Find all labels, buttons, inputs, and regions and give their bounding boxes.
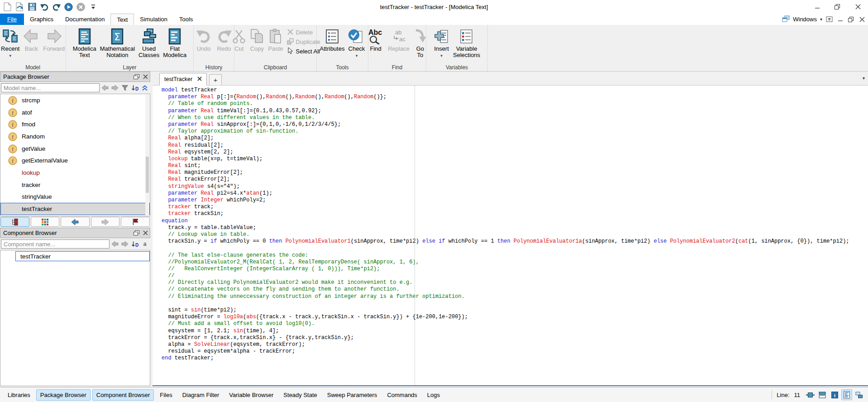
diagram-filter-statusbar-button[interactable]: Diagram Filter: [178, 389, 224, 401]
find-button[interactable]: AbcFind: [365, 26, 386, 53]
model-name-filter-input[interactable]: [1, 83, 100, 92]
minimize-icon[interactable]: [807, 0, 827, 14]
recent-button[interactable]: Recent▾: [0, 26, 21, 59]
used-classes-button[interactable]: Used Classes: [137, 26, 161, 59]
filter-back-icon[interactable]: [100, 83, 110, 92]
code-text[interactable]: model testTracker parameter Real p[:]={R…: [153, 86, 868, 362]
code-line[interactable]: model testTracker: [162, 87, 868, 94]
flag-button[interactable]: [121, 217, 150, 227]
grid-view-button[interactable]: [31, 217, 60, 227]
stop-icon[interactable]: [76, 2, 86, 12]
mdi-minimize-icon[interactable]: [836, 16, 844, 23]
paste-button[interactable]: Paste: [266, 26, 285, 53]
code-line[interactable]: tracker track;: [162, 204, 868, 211]
code-line[interactable]: // concatenate vectors on the fly and se…: [162, 286, 868, 293]
new-file-icon[interactable]: [3, 2, 12, 12]
sweep-parameters-statusbar-button[interactable]: Sweep Parameters: [323, 389, 382, 401]
next-button[interactable]: [91, 217, 120, 227]
windows-menu[interactable]: Windows: [793, 16, 817, 23]
float-panel-icon[interactable]: [132, 73, 141, 81]
menu-tab-graphics[interactable]: Graphics: [24, 14, 59, 25]
code-line[interactable]: track.y = table.tableValue;: [162, 225, 868, 231]
text-view-icon[interactable]: [841, 389, 852, 400]
code-line[interactable]: [162, 245, 868, 252]
code-line[interactable]: // When to use different values in the t…: [162, 115, 868, 121]
replace-button[interactable]: abacReplace: [386, 26, 411, 53]
package-item-strcmp[interactable]: fstrcmp: [0, 94, 150, 106]
code-line[interactable]: Real alpha[2];: [162, 135, 868, 142]
dropdown-arrow-icon[interactable]: ▾: [356, 53, 358, 59]
toolbar-options-icon[interactable]: [88, 2, 98, 12]
sort-icon[interactable]: D: [130, 239, 139, 249]
package-item-lookup[interactable]: lookup: [0, 167, 150, 179]
code-line[interactable]: end testTracker;: [162, 355, 868, 362]
dropdown-arrow-icon[interactable]: ▾: [440, 53, 443, 59]
code-line[interactable]: parameter Real timeVal[:]={0.1,0.43,0.57…: [162, 108, 868, 115]
code-line[interactable]: [162, 300, 868, 307]
tab-list-dropdown-icon[interactable]: ▾: [863, 76, 865, 81]
previous-button[interactable]: [61, 217, 90, 227]
close-icon[interactable]: [848, 0, 868, 14]
code-line[interactable]: // Must add a small offset to avoid log1…: [162, 321, 868, 327]
package-item-random[interactable]: fRandom: [0, 130, 150, 143]
code-line[interactable]: tracker trackSin;: [162, 211, 868, 217]
code-line[interactable]: parameter Real sinApprox[:]={0,1,0,-1/6,…: [162, 121, 868, 128]
code-line[interactable]: Real eqsystem[2, 2];: [162, 149, 868, 156]
code-line[interactable]: // RealConvertInteger (IntegerScalarArra…: [162, 266, 868, 273]
undo-button[interactable]: Undo: [194, 26, 214, 53]
copy-button[interactable]: Copy: [248, 26, 266, 53]
case-sensitive-icon[interactable]: a: [140, 239, 149, 249]
package-item-atof[interactable]: fatof: [0, 106, 150, 119]
component-item-testtracker[interactable]: testTracker: [15, 251, 150, 261]
code-line[interactable]: sint = sin(time*pi2);: [162, 307, 868, 314]
close-panel-icon[interactable]: [141, 229, 150, 237]
code-line[interactable]: // Lookup value in table.: [162, 231, 868, 238]
filter-back-icon[interactable]: [110, 239, 119, 249]
package-browser-statusbar-button[interactable]: Package Browser: [36, 389, 91, 401]
tab-testtracker[interactable]: testTracker: [159, 73, 207, 86]
code-line[interactable]: lookup table(x=p, t=timeVal);: [162, 156, 868, 163]
tab-close-icon[interactable]: [197, 76, 202, 82]
code-line[interactable]: parameter Real p[:]={Random(),Random(),R…: [162, 94, 868, 100]
flat-modelica-button[interactable]: Flat Modelica: [161, 26, 188, 59]
component-name-filter-input[interactable]: [1, 239, 110, 249]
cut-button[interactable]: Cut: [230, 26, 248, 53]
code-line[interactable]: Real trackError[2];: [162, 176, 868, 183]
diagram-view-icon[interactable]: [854, 389, 864, 400]
filter-forward-icon[interactable]: [110, 83, 119, 92]
float-panel-icon[interactable]: [132, 229, 141, 237]
package-item-fmod[interactable]: ffmod: [0, 118, 150, 130]
code-line[interactable]: // Eliminating the unneccessary construc…: [162, 293, 868, 300]
dropdown-arrow-icon[interactable]: ▾: [9, 53, 11, 59]
menu-tab-file[interactable]: File: [0, 14, 24, 25]
duplicate-button[interactable]: Duplicate: [287, 38, 320, 45]
mathematical-notation-button[interactable]: ΣMathematical Notation: [98, 26, 137, 59]
component-browser-statusbar-button[interactable]: Component Browser: [92, 389, 154, 401]
code-line[interactable]: alpha = SolveLinear(eqsystem, trackError…: [162, 341, 868, 348]
code-line[interactable]: //: [162, 273, 868, 279]
undo-icon[interactable]: [39, 2, 49, 12]
attributes-button[interactable]: Attributes: [318, 26, 347, 53]
sort-icon[interactable]: D: [130, 83, 139, 92]
mdi-unmaximize-icon[interactable]: [825, 16, 833, 23]
variable-selections-button[interactable]: Variable Selections: [451, 26, 482, 59]
package-item-testtracker[interactable]: testTracker: [0, 203, 150, 215]
redo-icon[interactable]: [52, 2, 61, 12]
code-line[interactable]: //PolynomialEvaluator2_M(RealCat( 1, 2, …: [162, 259, 868, 266]
menu-tab-text[interactable]: Text: [110, 14, 134, 25]
tree-view-button[interactable]: [0, 217, 29, 227]
select-all-button[interactable]: Select All: [287, 48, 320, 55]
libraries-statusbar-button[interactable]: Libraries: [4, 389, 34, 401]
variable-browser-statusbar-button[interactable]: Variable Browser: [225, 389, 277, 401]
code-line[interactable]: Real residual[2];: [162, 142, 868, 149]
code-line[interactable]: Real magnitudeError[2];: [162, 169, 868, 176]
new-tab-button[interactable]: +: [209, 74, 222, 85]
code-line[interactable]: // Taylor approximation of sin-function.: [162, 128, 868, 135]
menu-tab-tools[interactable]: Tools: [173, 14, 199, 25]
code-line[interactable]: residual = eqsystem*alpha - trackError;: [162, 348, 868, 355]
simulate-icon[interactable]: [64, 2, 73, 12]
code-line[interactable]: magnitudeError = log10a(abs({track.x - t…: [162, 314, 868, 321]
steady-state-statusbar-button[interactable]: Steady State: [279, 389, 321, 401]
code-line[interactable]: // The last else-clause generates the co…: [162, 252, 868, 259]
windows-dropdown-icon[interactable]: ▾: [820, 17, 822, 22]
